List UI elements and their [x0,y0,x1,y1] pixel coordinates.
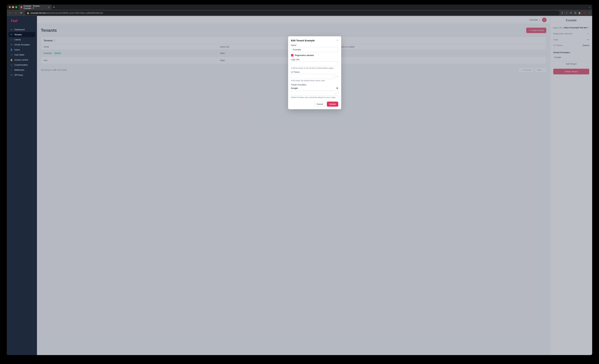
browser-titlebar: F Example · Tenants · Example · F ✕ + ⌄ [7,5,228,10]
url-bar[interactable]: 🔒 example.fief.dev/admin/tenants/b19f5f8… [25,11,228,15]
sidebar-item-dashboard[interactable]: ◈Dashboard [9,27,35,32]
window-traffic-lights [9,6,17,8]
sidebar-item-customization[interactable]: ⊡Customization⌄ [9,62,35,67]
nav-icon: ⚿ [10,74,13,76]
nav-label: Webhooks [14,69,24,71]
nav-back-icon[interactable]: ← [8,11,12,14]
new-tab-button[interactable]: + [52,6,56,9]
sidebar-item-tenants[interactable]: ⚑Tenants [9,32,35,37]
window-maximize-icon[interactable] [15,6,17,8]
chevron-down-icon: ⌄ [32,64,34,66]
sidebar-item-users[interactable]: 👤Users [9,47,35,52]
sidebar-item-oauth-providers[interactable]: ⊞OAuth Providers [9,42,35,47]
tab-favicon-icon: F [20,6,22,8]
chevron-down-icon: ⌄ [32,59,34,61]
nav-icon: ❐ [10,38,13,41]
modal-overlay[interactable] [37,16,228,138]
nav-icon: ⊞ [10,44,13,46]
nav-icon: ⊡ [10,64,13,66]
nav-label: Access control [14,59,28,61]
window-close-icon[interactable] [9,6,11,8]
nav-label: OAuth Providers [14,44,30,46]
nav-icon: ◌ [10,69,13,71]
nav-icon: 👤 [10,49,13,51]
nav-label: Tenants [14,33,22,36]
nav-icon: ⚑ [10,33,13,36]
sidebar-item-clients[interactable]: ❐Clients [9,37,35,42]
nav-label: User fields [14,53,24,56]
nav-label: Dashboard [14,28,25,31]
browser-toolbar: ← → ⟳ 🔒 example.fief.dev/admin/tenants/b… [7,10,228,16]
nav-icon: 🏷 [10,53,13,56]
nav-label: Users [14,49,20,51]
sidebar-item-access-control[interactable]: 🔒Access control⌄ [9,57,35,62]
nav-label: Customization [14,64,28,66]
tab-title: Example · Tenants · Example · F [24,5,46,9]
sidebar-item-api-keys[interactable]: ⚿API Keys [9,72,35,78]
window-minimize-icon[interactable] [12,6,14,8]
lock-icon: 🔒 [27,12,29,14]
app-sidebar: Fief ◈Dashboard⚑Tenants❐Clients⊞OAuth Pr… [7,16,37,138]
sidebar-item-webhooks[interactable]: ◌Webhooks [9,67,35,72]
url-host: example.fief.dev [31,12,46,14]
nav-forward-icon[interactable]: → [14,11,18,14]
nav-icon: ◈ [10,28,13,31]
nav-label: Clients [14,38,21,41]
brand-logo: Fief [7,16,37,26]
browser-tab[interactable]: F Example · Tenants · Example · F ✕ [19,5,52,10]
nav-icon: 🔒 [10,59,13,61]
sidebar-item-user-fields[interactable]: 🏷User fields [9,52,35,57]
nav-label: API Keys [14,74,23,76]
nav-reload-icon[interactable]: ⟳ [19,11,23,15]
url-path: /admin/tenants/b19f5f8c-ee10-4394-95ae-c… [46,12,103,14]
tab-close-icon[interactable]: ✕ [48,6,50,9]
